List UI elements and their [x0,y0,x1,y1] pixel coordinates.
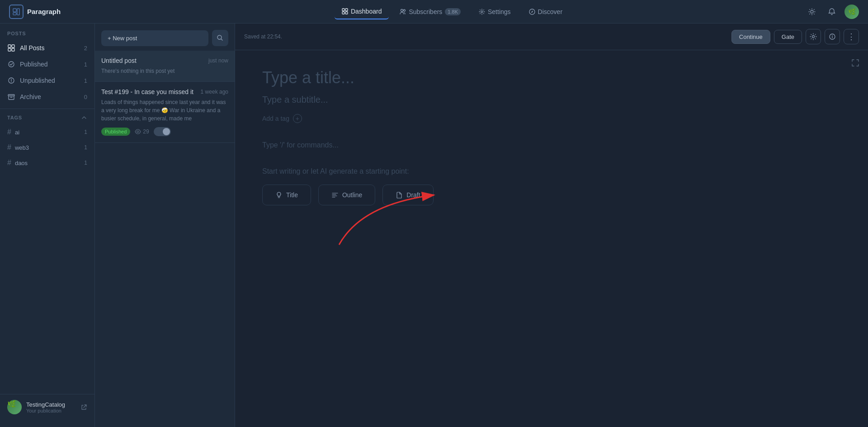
svg-rect-12 [8,45,11,47]
svg-point-22 [812,36,815,38]
archive-count: 0 [84,94,87,100]
sun-icon-btn[interactable] [805,5,819,19]
more-options-button[interactable]: ⋮ [844,29,859,44]
svg-point-16 [9,62,14,67]
posts-section-label: POSTS [0,31,94,40]
tag-item-web3[interactable]: # web3 1 [0,140,94,155]
search-icon [217,34,224,42]
logo-icon [9,5,24,19]
chevron-up-icon[interactable] [81,114,87,121]
bell-icon [828,8,836,16]
tag-add-row: Add a tag + [262,114,841,123]
editor-content[interactable]: Type a title... Type a subtitle... Add a… [235,50,868,427]
dashboard-icon [342,8,348,14]
draft-icon [396,191,403,199]
tag-ai-label: ai [15,129,19,136]
nav-item-settings[interactable]: Settings [472,5,518,19]
tags-header: TAGS [0,114,94,124]
published-badge: Published [101,128,130,136]
svg-rect-1 [13,13,16,15]
svg-rect-14 [8,48,11,51]
editor-panel: Saved at 22:54. Continue Gate ⋮ [235,24,868,427]
post-time: just now [208,57,228,64]
saved-text: Saved at 22:54. [244,33,282,40]
svg-point-8 [404,9,406,11]
tag-item-ai[interactable]: # ai 1 [0,124,94,140]
ai-draft-button[interactable]: Draft [382,185,433,205]
info-button[interactable] [825,29,840,44]
settings-editor-button[interactable] [806,29,821,44]
svg-rect-0 [13,9,16,12]
svg-rect-3 [342,9,344,11]
left-sidebar: POSTS All Posts 2 Published 1 [0,24,95,427]
tag-item-daos[interactable]: # daos 1 [0,155,94,171]
bell-icon-btn[interactable] [825,5,839,19]
nav-item-discover[interactable]: Discover [522,5,570,19]
sidebar-item-all-posts[interactable]: All Posts 2 [0,40,94,56]
info-icon [829,33,836,40]
all-posts-label: All Posts [20,44,44,52]
subscribers-icon [400,9,406,15]
settings-icon [479,9,485,15]
ai-draft-label: Draft [406,191,420,199]
tag-web3-label: web3 [15,144,29,151]
archive-icon [7,93,15,101]
svg-rect-6 [345,12,348,14]
new-post-button[interactable]: + New post [101,30,208,46]
sidebar-item-archive[interactable]: Archive 0 [0,89,94,105]
nav-item-dashboard[interactable]: Dashboard [335,4,389,19]
ai-title-label: Title [286,191,298,199]
tags-label: TAGS [7,115,22,120]
toggle-thumb [163,128,170,135]
tag-daos-count: 1 [84,160,87,166]
unpublished-icon [7,76,15,85]
editor-title-placeholder[interactable]: Type a title... [262,68,841,87]
unpublished-label: Unpublished [20,77,55,84]
nav-center: Dashboard Subscribers 1.8K Settings [99,4,805,19]
published-count: 1 [84,61,87,68]
new-post-label: + New post [108,35,137,42]
svg-rect-15 [12,48,14,51]
tag-web3-count: 1 [84,144,87,151]
editor-toolbar: Saved at 22:54. Continue Gate ⋮ [235,24,868,50]
tag-add-text: Add a tag [262,115,289,122]
list-item[interactable]: Test #199 - In case you missed it 1 week… [95,82,235,143]
logo[interactable]: Paragraph [9,5,99,19]
sun-icon [808,8,816,16]
unpublished-count: 1 [84,77,87,84]
list-item[interactable]: Untitled post just now There's nothing i… [95,51,235,82]
post-list-header: + New post [95,24,235,51]
post-items: Untitled post just now There's nothing i… [95,51,235,427]
user-avatar[interactable]: 🌿 [844,5,859,19]
more-dots: ⋮ [847,32,855,42]
all-posts-icon [7,44,15,52]
post-preview: There's nothing in this post yet [101,67,228,75]
sidebar-user[interactable]: 🌿 TestingCatalog Your publication [0,394,94,420]
search-button[interactable] [212,30,228,46]
topnav: Paragraph Dashboard Subscribers 1.8K [0,0,868,24]
svg-rect-2 [17,9,19,15]
editor-subtitle-placeholder[interactable]: Type a subtitle... [262,95,841,105]
post-time: 1 week ago [201,89,228,95]
views-count: 29 [135,128,149,135]
tags-section: TAGS # ai 1 # web3 1 # daos 1 [0,109,94,171]
expand-button[interactable] [848,56,863,70]
sidebar-item-published[interactable]: Published 1 [0,56,94,72]
ai-title-button[interactable]: Title [262,185,311,205]
all-posts-count: 2 [84,45,87,52]
continue-button[interactable]: Continue [731,30,770,44]
gate-button[interactable]: Gate [774,30,802,44]
ai-outline-button[interactable]: Outline [318,185,375,205]
sidebar-item-unpublished[interactable]: Unpublished 1 [0,72,94,89]
svg-rect-4 [345,9,348,11]
post-title: Test #199 - In case you missed it [101,88,193,95]
svg-point-21 [137,131,139,133]
svg-point-11 [811,10,813,13]
toggle-switch[interactable] [154,127,171,136]
nav-item-subscribers[interactable]: Subscribers 1.8K [392,5,468,19]
tag-add-button[interactable]: + [293,114,302,123]
ai-outline-label: Outline [342,191,362,199]
user-sub: Your publication [26,408,76,413]
editor-ai-prompt: Start writing or let AI generate a start… [262,167,841,176]
post-preview: Loads of things happened since last year… [101,98,228,123]
